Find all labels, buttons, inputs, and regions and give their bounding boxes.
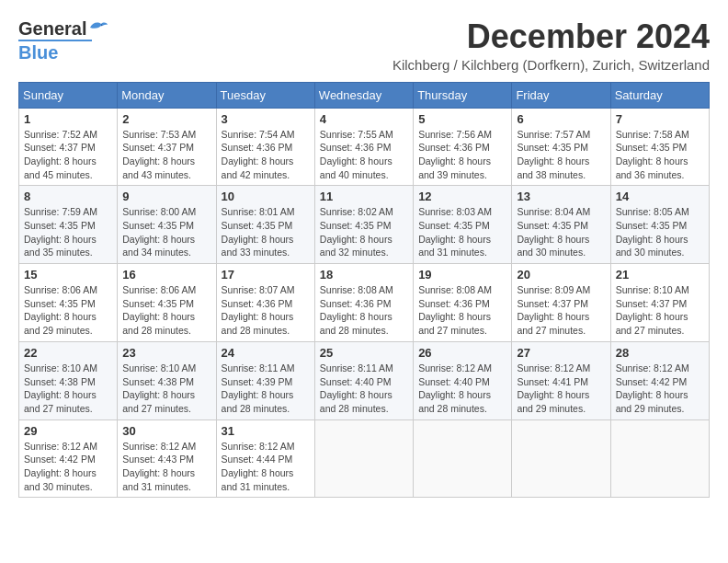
daylight-label: Daylight: 8 hours and 35 minutes. xyxy=(24,234,97,259)
daylight-label: Daylight: 8 hours and 27 minutes. xyxy=(418,311,491,336)
day-number: 6 xyxy=(517,112,605,126)
day-number: 4 xyxy=(320,112,408,126)
sunset-label: Sunset: 4:39 PM xyxy=(222,376,293,387)
day-number: 29 xyxy=(24,424,112,438)
daylight-label: Daylight: 8 hours and 31 minutes. xyxy=(122,467,195,492)
day-number: 19 xyxy=(418,268,506,282)
sunrise-label: Sunrise: 8:09 AM xyxy=(517,284,590,295)
empty-cell xyxy=(610,419,709,498)
sunset-label: Sunset: 4:35 PM xyxy=(24,220,96,231)
sunset-label: Sunset: 4:35 PM xyxy=(616,142,688,153)
sunrise-label: Sunrise: 8:08 AM xyxy=(418,284,492,295)
day-info: Sunrise: 7:58 AM Sunset: 4:35 PM Dayligh… xyxy=(616,128,704,182)
sunset-label: Sunset: 4:38 PM xyxy=(122,376,194,387)
day-number: 13 xyxy=(517,190,605,203)
calendar-day-14: 14 Sunrise: 8:05 AM Sunset: 4:35 PM Dayl… xyxy=(610,186,709,264)
sunset-label: Sunset: 4:38 PM xyxy=(24,376,96,387)
day-info: Sunrise: 8:10 AM Sunset: 4:38 PM Dayligh… xyxy=(24,362,112,416)
weekday-header-sunday: Sunday xyxy=(19,82,118,108)
day-number: 3 xyxy=(222,112,310,126)
daylight-label: Daylight: 8 hours and 27 minutes. xyxy=(24,389,97,414)
daylight-label: Daylight: 8 hours and 31 minutes. xyxy=(418,234,491,259)
sunset-label: Sunset: 4:35 PM xyxy=(24,298,96,309)
sunset-label: Sunset: 4:35 PM xyxy=(517,142,588,153)
sunset-label: Sunset: 4:35 PM xyxy=(616,220,688,231)
daylight-label: Daylight: 8 hours and 30 minutes. xyxy=(616,234,688,259)
calendar-day-26: 26 Sunrise: 8:12 AM Sunset: 4:40 PM Dayl… xyxy=(414,341,512,419)
day-info: Sunrise: 8:11 AM Sunset: 4:40 PM Dayligh… xyxy=(320,362,408,416)
calendar-day-4: 4 Sunrise: 7:55 AM Sunset: 4:36 PM Dayli… xyxy=(314,108,413,186)
sunset-label: Sunset: 4:40 PM xyxy=(320,376,392,387)
sunrise-label: Sunrise: 8:12 AM xyxy=(517,362,590,373)
day-info: Sunrise: 7:52 AM Sunset: 4:37 PM Dayligh… xyxy=(24,128,112,182)
calendar-day-27: 27 Sunrise: 8:12 AM Sunset: 4:41 PM Dayl… xyxy=(512,341,610,419)
logo-blue: Blue xyxy=(18,40,92,63)
daylight-label: Daylight: 8 hours and 40 minutes. xyxy=(320,155,392,180)
daylight-label: Daylight: 8 hours and 27 minutes. xyxy=(122,389,195,414)
calendar-week-1: 1 Sunrise: 7:52 AM Sunset: 4:37 PM Dayli… xyxy=(19,108,710,186)
sunset-label: Sunset: 4:36 PM xyxy=(320,298,392,309)
sunrise-label: Sunrise: 8:12 AM xyxy=(418,362,492,373)
sunrise-label: Sunrise: 7:52 AM xyxy=(24,129,97,140)
logo-general: General xyxy=(18,18,86,40)
calendar-day-1: 1 Sunrise: 7:52 AM Sunset: 4:37 PM Dayli… xyxy=(19,108,118,186)
calendar-day-16: 16 Sunrise: 8:06 AM Sunset: 4:35 PM Dayl… xyxy=(118,264,216,342)
sunset-label: Sunset: 4:35 PM xyxy=(517,220,588,231)
day-info: Sunrise: 8:06 AM Sunset: 4:35 PM Dayligh… xyxy=(24,283,112,338)
day-info: Sunrise: 8:12 AM Sunset: 4:42 PM Dayligh… xyxy=(616,362,704,416)
sunrise-label: Sunrise: 7:56 AM xyxy=(418,129,492,140)
daylight-label: Daylight: 8 hours and 45 minutes. xyxy=(24,155,97,180)
daylight-label: Daylight: 8 hours and 34 minutes. xyxy=(122,234,195,259)
sunset-label: Sunset: 4:41 PM xyxy=(517,376,588,387)
daylight-label: Daylight: 8 hours and 29 minutes. xyxy=(24,311,97,336)
weekday-header-tuesday: Tuesday xyxy=(216,82,314,108)
daylight-label: Daylight: 8 hours and 32 minutes. xyxy=(320,234,392,259)
sunrise-label: Sunrise: 7:55 AM xyxy=(320,129,393,140)
location-title: Kilchberg / Kilchberg (Dorfkern), Zurich… xyxy=(392,57,710,73)
sunset-label: Sunset: 4:40 PM xyxy=(418,376,490,387)
calendar-day-12: 12 Sunrise: 8:03 AM Sunset: 4:35 PM Dayl… xyxy=(414,186,512,264)
calendar-week-4: 22 Sunrise: 8:10 AM Sunset: 4:38 PM Dayl… xyxy=(19,341,710,419)
calendar-day-7: 7 Sunrise: 7:58 AM Sunset: 4:35 PM Dayli… xyxy=(610,108,709,186)
daylight-label: Daylight: 8 hours and 28 minutes. xyxy=(122,311,195,336)
sunrise-label: Sunrise: 8:12 AM xyxy=(24,441,97,452)
weekday-header-row: SundayMondayTuesdayWednesdayThursdayFrid… xyxy=(19,82,710,108)
day-info: Sunrise: 8:12 AM Sunset: 4:40 PM Dayligh… xyxy=(418,362,506,416)
weekday-header-monday: Monday xyxy=(118,82,216,108)
daylight-label: Daylight: 8 hours and 28 minutes. xyxy=(320,389,392,414)
day-number: 21 xyxy=(616,268,704,282)
day-number: 15 xyxy=(24,268,112,282)
day-info: Sunrise: 8:11 AM Sunset: 4:39 PM Dayligh… xyxy=(222,362,310,416)
daylight-label: Daylight: 8 hours and 36 minutes. xyxy=(616,155,688,180)
day-number: 5 xyxy=(418,112,506,126)
daylight-label: Daylight: 8 hours and 42 minutes. xyxy=(222,155,294,180)
sunrise-label: Sunrise: 8:03 AM xyxy=(418,206,492,217)
calendar-day-8: 8 Sunrise: 7:59 AM Sunset: 4:35 PM Dayli… xyxy=(19,186,118,264)
daylight-label: Daylight: 8 hours and 29 minutes. xyxy=(517,389,589,414)
daylight-label: Daylight: 8 hours and 28 minutes. xyxy=(320,311,392,336)
calendar-day-13: 13 Sunrise: 8:04 AM Sunset: 4:35 PM Dayl… xyxy=(512,186,610,264)
calendar-day-31: 31 Sunrise: 8:12 AM Sunset: 4:44 PM Dayl… xyxy=(216,419,314,498)
day-info: Sunrise: 8:08 AM Sunset: 4:36 PM Dayligh… xyxy=(418,283,506,338)
calendar-day-2: 2 Sunrise: 7:53 AM Sunset: 4:37 PM Dayli… xyxy=(118,108,216,186)
day-number: 22 xyxy=(24,346,112,360)
daylight-label: Daylight: 8 hours and 27 minutes. xyxy=(616,311,688,336)
sunset-label: Sunset: 4:37 PM xyxy=(24,142,96,153)
daylight-label: Daylight: 8 hours and 31 minutes. xyxy=(222,467,294,492)
calendar-day-23: 23 Sunrise: 8:10 AM Sunset: 4:38 PM Dayl… xyxy=(118,341,216,419)
sunset-label: Sunset: 4:36 PM xyxy=(222,298,293,309)
empty-cell xyxy=(512,419,610,498)
sunrise-label: Sunrise: 8:10 AM xyxy=(122,362,196,373)
calendar-day-24: 24 Sunrise: 8:11 AM Sunset: 4:39 PM Dayl… xyxy=(216,341,314,419)
day-number: 24 xyxy=(222,346,310,360)
day-number: 9 xyxy=(122,190,210,203)
day-info: Sunrise: 8:10 AM Sunset: 4:38 PM Dayligh… xyxy=(122,362,210,416)
daylight-label: Daylight: 8 hours and 33 minutes. xyxy=(222,234,294,259)
calendar-day-17: 17 Sunrise: 8:07 AM Sunset: 4:36 PM Dayl… xyxy=(216,264,314,342)
day-number: 18 xyxy=(320,268,408,282)
title-section: December 2024 Kilchberg / Kilchberg (Dor… xyxy=(392,18,710,73)
weekday-header-wednesday: Wednesday xyxy=(314,82,413,108)
day-info: Sunrise: 7:54 AM Sunset: 4:36 PM Dayligh… xyxy=(222,128,310,182)
day-info: Sunrise: 8:01 AM Sunset: 4:35 PM Dayligh… xyxy=(222,205,310,259)
day-number: 14 xyxy=(616,190,704,203)
